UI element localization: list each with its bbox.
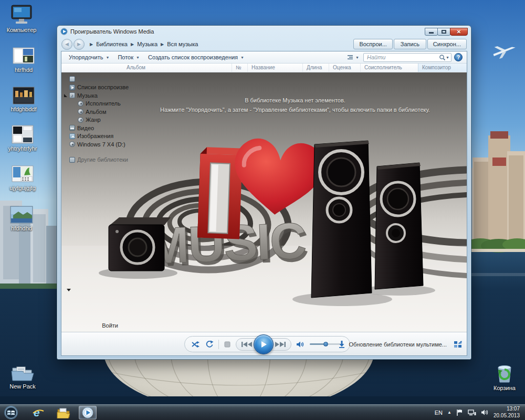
shuffle-button[interactable] [192, 341, 201, 348]
breadcrumb-library[interactable]: Библиотека [96, 41, 128, 47]
sidebar-item-genre[interactable]: Жанр [61, 116, 123, 124]
image-file-icon [13, 87, 35, 104]
search-icon[interactable] [439, 54, 446, 61]
navigation-pane: Библиотека Списки воспроизве ♪ Музыка Ис… [61, 75, 123, 164]
sidebar-item-drive[interactable]: Windows 7 X4 (D:) [61, 140, 123, 149]
chevron-down-icon: ▼ [106, 56, 109, 59]
toolbar: Упорядочить ▼ Поток ▼ Создать список вос… [61, 51, 467, 64]
recycle-bin-icon [494, 364, 515, 383]
desktop-icon-label: ujytgujgjtg [9, 185, 36, 191]
breadcrumb-all-music[interactable]: Вся музыка [167, 41, 198, 47]
maximize-button[interactable] [437, 28, 450, 36]
sidebar-item-pictures[interactable]: Изображения [61, 132, 123, 141]
next-button[interactable] [275, 341, 286, 348]
library-update-status: Обновление библиотеки мультиме... [349, 341, 447, 348]
view-options-button[interactable]: ▼ [345, 54, 361, 61]
sidebar-label: Другие библиотеки [77, 156, 128, 163]
desktop-icon-new-pack[interactable]: New Pack [1, 364, 44, 390]
genre-icon [78, 117, 83, 123]
column-length[interactable]: Длина [302, 64, 329, 72]
column-album[interactable]: Альбом [61, 64, 232, 72]
sidebar-item-other-libraries[interactable]: Другие библиотеки [61, 156, 123, 164]
expanded-arrow-icon[interactable] [64, 94, 67, 97]
chevron-down-icon: ▼ [136, 56, 140, 59]
network-icon[interactable] [468, 409, 476, 416]
stream-menu[interactable]: Поток ▼ [114, 53, 143, 61]
desktop-icon-computer[interactable]: Компьютер [0, 4, 43, 33]
language-indicator[interactable]: EN [435, 410, 443, 416]
tab-burn[interactable]: Запись [394, 39, 426, 49]
title-bar[interactable]: Проигрыватель Windows Media ✕ [57, 26, 471, 37]
sidebar-label: Windows 7 X4 (D:) [77, 141, 125, 148]
nav-pane-collapse-icon[interactable] [67, 289, 71, 291]
breadcrumb-arrow-icon: ▶ [161, 42, 164, 47]
sidebar-item-playlists[interactable]: Списки воспроизве [61, 83, 123, 92]
close-button[interactable]: ✕ [450, 28, 468, 36]
stop-button[interactable] [224, 341, 231, 348]
sidebar-label: Альбом [86, 109, 106, 115]
search-options-chevron-icon[interactable]: ▼ [446, 56, 449, 59]
internet-explorer-icon: e [32, 406, 45, 419]
organize-menu[interactable]: Упорядочить ▼ [66, 53, 112, 61]
video-icon [69, 125, 75, 131]
taskbar-ie-button[interactable]: e [29, 406, 47, 419]
column-title[interactable]: Название [247, 64, 302, 72]
help-button[interactable]: ? [454, 53, 463, 61]
volume-slider[interactable] [310, 343, 340, 345]
sidebar-item-artist[interactable]: Исполнитель [61, 100, 123, 108]
library-pane: MUSIC MUSIC [61, 72, 467, 332]
taskbar-explorer-button[interactable] [55, 406, 72, 419]
start-button[interactable] [2, 406, 20, 419]
close-icon: ✕ [457, 29, 461, 35]
chevron-down-icon: ▼ [355, 56, 359, 59]
column-rating[interactable]: Оценка [329, 64, 360, 72]
desktop-icon-recycle-bin[interactable]: Корзина [483, 364, 525, 391]
column-number[interactable]: № [232, 64, 247, 72]
minimize-button[interactable] [425, 28, 438, 36]
clock[interactable]: 13:07 20.05.2013 [494, 406, 520, 419]
organize-label: Упорядочить [69, 54, 103, 60]
sidebar-item-library[interactable]: Библиотека [61, 75, 123, 83]
empty-message-line2: Нажмите "Упорядочить", а затем - "Управл… [123, 105, 467, 114]
desktop-icon-yhtryhtrfyhr[interactable]: yhtryhtrfyhr [1, 125, 44, 152]
forward-button[interactable]: ▶ [74, 39, 85, 50]
sidebar-label: Жанр [86, 117, 101, 123]
desktop-icon-label: yhtryhtrfyhr [8, 145, 37, 152]
action-center-flag-icon[interactable] [456, 409, 463, 416]
column-composer[interactable]: Композитор [418, 64, 467, 72]
breadcrumb-music[interactable]: Музыка [137, 41, 158, 47]
desktop-icon-hfdghbddf[interactable]: hfdghbddf [2, 87, 45, 112]
mute-button[interactable] [296, 341, 305, 348]
switch-to-now-playing-button[interactable] [454, 341, 463, 348]
tab-sync[interactable]: Синхрон... [427, 39, 467, 49]
search-input[interactable] [367, 54, 439, 60]
column-contributing-artist[interactable]: Соисполнитель [360, 64, 418, 72]
tab-play[interactable]: Воспрои... [353, 39, 392, 49]
breadcrumb[interactable]: ▶ Библиотека ▶ Музыка ▶ Вся музыка [90, 41, 353, 47]
music-icon: ♪ [69, 92, 75, 98]
volume-tray-icon[interactable] [481, 409, 489, 416]
other-libraries-icon [69, 157, 75, 163]
desktop-icon-ujytgujgjtg[interactable]: ujytgujgjtg [1, 164, 44, 191]
tray-expand-icon[interactable]: ▲ [447, 410, 452, 415]
breadcrumb-arrow-icon: ▶ [90, 42, 93, 47]
sidebar-item-music[interactable]: ♪ Музыка [61, 91, 123, 100]
desktop-icon-label: Корзина [494, 385, 516, 391]
create-playlist-menu[interactable]: Создать список воспроизведения ▼ [145, 53, 247, 61]
folder-icon [10, 364, 35, 382]
desktop-icon-htrfhdd[interactable]: htrfhdd [2, 46, 45, 73]
volume-thumb[interactable] [323, 342, 328, 346]
sidebar-label: Изображения [77, 133, 113, 139]
image-file-icon [10, 206, 33, 224]
sign-in-link[interactable]: Войти [61, 322, 118, 329]
back-button[interactable]: ◀ [61, 39, 72, 50]
sidebar-item-video[interactable]: Видео [61, 124, 123, 132]
play-button[interactable] [254, 334, 274, 354]
previous-button[interactable] [241, 341, 253, 348]
repeat-button[interactable] [205, 340, 214, 348]
clock-date: 20.05.2013 [494, 413, 520, 419]
sidebar-item-album[interactable]: Альбом [61, 108, 123, 116]
desktop-icon-hfdhdhd[interactable]: hfdhdhd [0, 206, 43, 232]
taskbar-wmp-button[interactable] [79, 406, 97, 419]
column-headers: Альбом № Название Длина Оценка Соисполни… [61, 64, 467, 72]
